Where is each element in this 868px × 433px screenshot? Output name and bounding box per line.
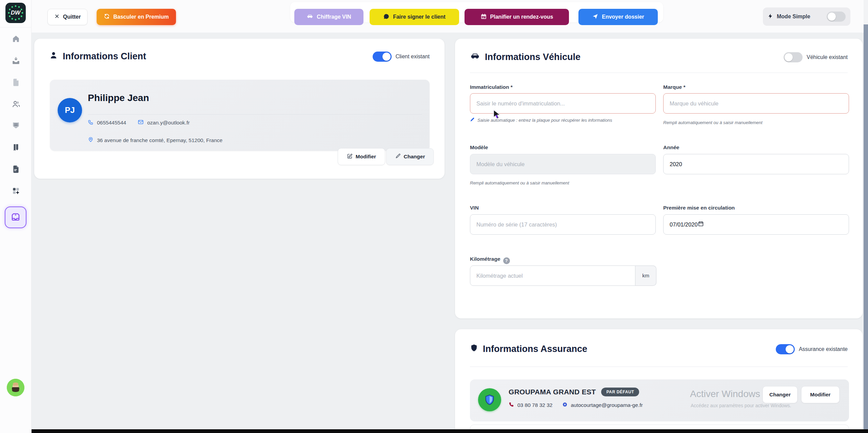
- marque-input[interactable]: [663, 93, 849, 114]
- premium-label: Basculer en Premium: [113, 14, 169, 20]
- user-avatar[interactable]: [7, 379, 24, 396]
- client-email: ozan.y@outlook.fr: [147, 120, 190, 126]
- scrollbar-thumb[interactable]: [864, 24, 868, 430]
- client-changer-button[interactable]: Changer: [386, 148, 434, 165]
- client-modifier-label: Modifier: [356, 154, 376, 160]
- mise-circulation-label: Première mise en circulation: [663, 205, 735, 211]
- chiffrage-vin-button[interactable]: Chiffrage VIN: [294, 9, 363, 25]
- client-changer-label: Changer: [404, 154, 425, 160]
- kilometrage-unit: km: [635, 265, 656, 286]
- calendar-icon: [698, 221, 704, 228]
- vin-input[interactable]: [470, 214, 656, 235]
- premium-button[interactable]: Basculer en Premium: [97, 9, 176, 25]
- assurance-card-title: Informations Assurance: [483, 344, 587, 354]
- planifier-rdv-button[interactable]: Planifier un rendez-vous: [465, 9, 569, 25]
- phone-icon: [509, 402, 514, 409]
- mouse-cursor: [492, 109, 502, 122]
- refresh-icon: [104, 13, 110, 21]
- chiffrage-vin-label: Chiffrage VIN: [317, 14, 351, 20]
- quitter-label: Quitter: [63, 14, 81, 20]
- mode-simple-label: Mode Simple: [777, 14, 810, 20]
- sidebar-item-messages-active[interactable]: [5, 206, 26, 228]
- marque-hint: Rempli automatiquement ou à saisir manue…: [663, 120, 763, 125]
- vehicule-existant-toggle[interactable]: [784, 52, 803, 62]
- assurance-changer-button[interactable]: Changer: [763, 386, 797, 403]
- car-icon: [470, 51, 480, 63]
- bolt-icon: [768, 13, 773, 20]
- person-icon: [49, 51, 58, 62]
- faire-signer-label: Faire signer le client: [393, 14, 446, 20]
- assurance-existante-toggle[interactable]: [776, 344, 795, 354]
- car-icon: [307, 13, 313, 21]
- tray-icon: [11, 212, 21, 223]
- app-logo[interactable]: DW: [5, 3, 26, 23]
- annee-input[interactable]: [663, 154, 849, 174]
- phone-icon: [88, 119, 94, 126]
- mode-simple-toggle[interactable]: [827, 12, 846, 22]
- sidebar-item-inbox[interactable]: [0, 55, 32, 68]
- inbox-down-icon: [12, 56, 20, 66]
- mise-circulation-input[interactable]: 07/01/2020: [663, 214, 849, 235]
- mise-circulation-value: 07/01/2020: [670, 221, 698, 228]
- chat-icon: [383, 13, 390, 21]
- pencil-icon: [470, 117, 475, 123]
- bottom-black-bar: [0, 429, 868, 433]
- sidebar-divider: [0, 27, 32, 27]
- insurer-avatar: [478, 388, 501, 411]
- bookmark-icon: [12, 143, 20, 153]
- insurer-summary-card: GROUPAMA GRAND EST PAR DÉFAUT 03 80 78 3…: [470, 379, 849, 421]
- faire-signer-button[interactable]: Faire signer le client: [370, 9, 459, 25]
- sidebar-item-documents[interactable]: [0, 163, 32, 177]
- file-icon: [12, 78, 20, 88]
- client-modifier-button[interactable]: Modifier: [338, 148, 385, 165]
- assurance-modifier-button[interactable]: Modifier: [801, 386, 840, 403]
- assurance-changer-label: Changer: [769, 392, 791, 398]
- planifier-rdv-label: Planifier un rendez-vous: [490, 14, 553, 20]
- client-avatar: PJ: [58, 98, 82, 122]
- assurance-modifier-label: Modifier: [810, 392, 830, 398]
- insurer-phone: 03 80 78 32 32: [517, 402, 552, 408]
- assurance-existante-label: Assurance existante: [799, 346, 848, 352]
- modele-label: Modèle: [470, 144, 488, 151]
- sidebar-item-home[interactable]: [0, 33, 32, 46]
- envoyer-dossier-button[interactable]: Envoyer dossier: [578, 9, 658, 25]
- vehicle-card-title: Informations Véhicule: [485, 52, 580, 62]
- modele-input[interactable]: [470, 154, 656, 174]
- sidebar-item-archive[interactable]: [0, 119, 32, 133]
- pin-icon: [88, 137, 94, 144]
- edit-icon: [347, 153, 353, 160]
- sidebar-item-bookmarks[interactable]: [0, 141, 32, 155]
- mode-simple-control: Mode Simple: [763, 7, 850, 26]
- client-card: Informations Client Client existant PJ P…: [34, 39, 445, 179]
- client-existant-label: Client existant: [396, 54, 430, 60]
- windows-watermark-title: Activer Windows: [690, 389, 760, 399]
- logo-text: DW: [11, 9, 20, 16]
- client-card-title: Informations Client: [63, 51, 146, 62]
- help-icon[interactable]: ?: [503, 257, 510, 264]
- calendar-icon: [480, 13, 487, 21]
- vin-label: VIN: [470, 205, 479, 211]
- sidebar-item-apps[interactable]: [0, 185, 32, 198]
- client-phone: 0655445544: [97, 120, 126, 126]
- modele-hint: Rempli automatiquement ou à saisir manue…: [470, 180, 569, 185]
- pen-icon: [395, 153, 401, 160]
- send-icon: [592, 13, 598, 21]
- client-address: 36 avenue de franche comté, Epernay, 512…: [97, 137, 222, 143]
- annee-label: Année: [663, 144, 679, 151]
- client-divider: [88, 114, 422, 115]
- marque-label: Marque *: [663, 84, 685, 90]
- kilometrage-input[interactable]: [470, 265, 635, 286]
- sidebar-item-clients[interactable]: [0, 98, 32, 112]
- document-icon: [12, 165, 20, 175]
- assurance-card: Informations Assurance Assurance existan…: [455, 329, 863, 433]
- grid-plus-icon: [12, 186, 20, 197]
- default-badge: PAR DÉFAUT: [601, 388, 639, 396]
- insurer-name: GROUPAMA GRAND EST: [509, 388, 596, 396]
- quitter-button[interactable]: Quitter: [47, 9, 87, 25]
- mail-icon: [138, 119, 144, 126]
- assurance-divider: [470, 367, 848, 367]
- kilometrage-label: Kilométrage?: [470, 256, 510, 264]
- sidebar-item-files[interactable]: [0, 76, 32, 90]
- client-existant-toggle[interactable]: [373, 52, 392, 62]
- mail-dot-icon: [563, 402, 567, 408]
